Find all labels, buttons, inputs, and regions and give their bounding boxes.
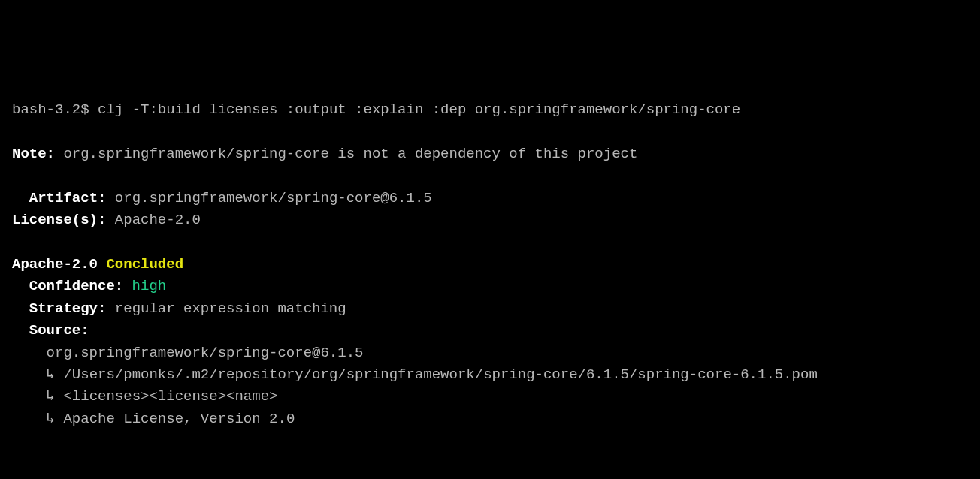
source-line-1: org.springframework/spring-core@6.1.5 <box>12 342 968 364</box>
source-label: Source: <box>29 322 89 339</box>
licenses-label: License(s): <box>12 212 106 228</box>
conclusion-status: Concluded <box>98 256 183 273</box>
strategy-label: Strategy: <box>29 300 107 317</box>
source-line-2: ↳ /Users/pmonks/.m2/repository/org/sprin… <box>12 364 968 386</box>
licenses-line: License(s): Apache-2.0 <box>12 209 968 231</box>
blank-line <box>12 231 968 253</box>
note-text: org.springframework/spring-core is not a… <box>55 146 637 162</box>
note-line: Note: org.springframework/spring-core is… <box>12 143 968 165</box>
source-line-4: ↳ Apache License, Version 2.0 <box>12 408 968 430</box>
licenses-value: Apache-2.0 <box>106 212 200 228</box>
conclusion-line: Apache-2.0 Concluded <box>12 254 968 276</box>
shell-prompt: bash-3.2$ <box>12 101 98 118</box>
blank-line <box>12 121 968 143</box>
confidence-label: Confidence: <box>29 278 123 294</box>
confidence-value: high <box>123 278 166 294</box>
strategy-line: Strategy: regular expression matching <box>12 298 968 320</box>
confidence-line: Confidence: high <box>12 276 968 297</box>
artifact-label: Artifact: <box>12 190 106 206</box>
command-text: clj -T:build licenses :output :explain :… <box>98 101 740 118</box>
conclusion-license: Apache-2.0 <box>12 256 98 273</box>
blank-line <box>12 165 968 187</box>
note-label: Note: <box>12 146 55 162</box>
command-line[interactable]: bash-3.2$ clj -T:build licenses :output … <box>12 99 968 121</box>
artifact-line: Artifact: org.springframework/spring-cor… <box>12 188 968 209</box>
terminal-output: bash-3.2$ clj -T:build licenses :output … <box>12 99 968 431</box>
source-label-line: Source: <box>12 320 968 342</box>
source-line-3: ↳ <licenses><license><name> <box>12 386 968 408</box>
artifact-value: org.springframework/spring-core@6.1.5 <box>106 190 431 206</box>
strategy-value: regular expression matching <box>106 300 346 317</box>
